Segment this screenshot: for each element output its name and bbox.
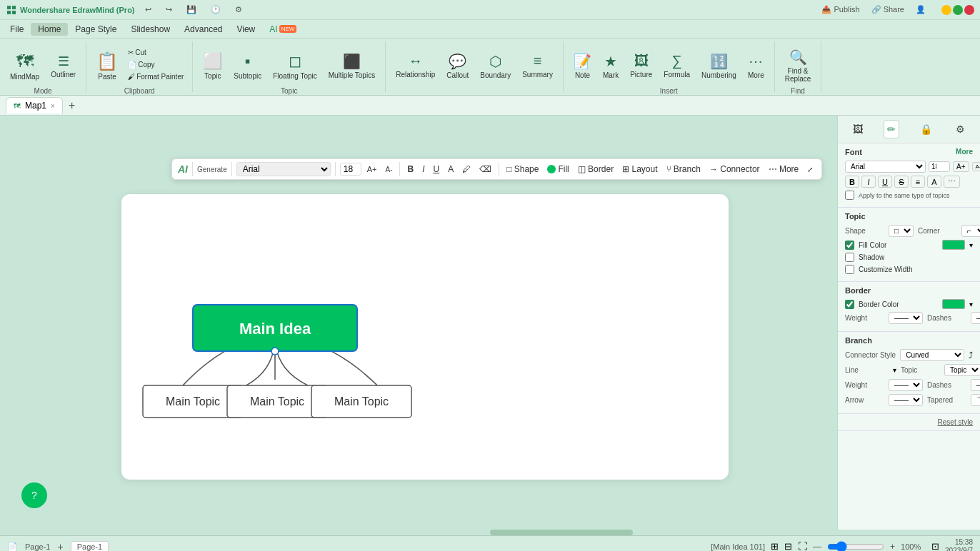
account-button[interactable]: 👤: [911, 4, 930, 16]
scroll-thumb[interactable]: [490, 530, 633, 535]
menu-advanced[interactable]: Advanced: [177, 23, 229, 36]
menu-slideshow[interactable]: Slideshow: [124, 23, 177, 36]
share-button[interactable]: 🔗 Share: [867, 4, 909, 16]
panel-icon-settings[interactable]: ⚙: [953, 120, 968, 138]
more-button[interactable]: ⋯ More: [744, 44, 769, 87]
reset-style-button[interactable]: Reset style: [938, 418, 973, 426]
save-button[interactable]: 💾: [182, 4, 201, 16]
branch-tapered-select[interactable]: ⌒: [971, 394, 980, 406]
border-weight-select[interactable]: —— ─: [889, 312, 923, 324]
maximize-button[interactable]: [953, 5, 963, 15]
history-button[interactable]: 🕐: [206, 4, 225, 16]
font-size-input[interactable]: [340, 163, 361, 176]
zoom-slider[interactable]: [827, 541, 884, 552]
customize-width-checkbox[interactable]: [845, 265, 854, 274]
rp-font-color-button[interactable]: A: [927, 176, 941, 188]
shadow-checkbox[interactable]: [845, 253, 854, 262]
corner-select[interactable]: ⌐ ◻: [961, 225, 980, 237]
settings-button[interactable]: ⚙: [231, 4, 246, 16]
topic-button[interactable]: ⬜ Topic: [199, 44, 226, 87]
border-color-dropdown[interactable]: ▾: [969, 300, 973, 308]
connector-style-select[interactable]: Curved Straight: [900, 349, 964, 361]
rp-bold-button[interactable]: B: [845, 176, 859, 188]
apply-same-type-checkbox[interactable]: [845, 191, 854, 200]
more-options-button[interactable]: ⋯ More: [766, 163, 802, 176]
close-button[interactable]: [964, 5, 974, 15]
find-replace-button[interactable]: 🔍 Find &Replace: [781, 44, 816, 87]
branch-dashes-select[interactable]: ——: [971, 379, 980, 391]
branch-topic-select[interactable]: Topic: [944, 364, 980, 376]
fill-color-checkbox[interactable]: [845, 241, 854, 250]
rp-align-button[interactable]: ≡: [911, 176, 925, 188]
boundary-button[interactable]: ⬡ Boundary: [476, 44, 515, 87]
bold-button[interactable]: B: [404, 163, 416, 176]
branch-button[interactable]: ⑂ Branch: [664, 163, 704, 176]
selection-handle[interactable]: [271, 348, 279, 355]
panel-icon-image[interactable]: 🖼: [850, 120, 866, 138]
callout-button[interactable]: 💬 Callout: [442, 44, 473, 87]
tab-map1[interactable]: 🗺 Map1 ×: [6, 97, 63, 113]
formula-button[interactable]: ∑ Formula: [659, 44, 694, 87]
relationship-button[interactable]: ↔ Relationship: [391, 44, 439, 87]
menu-page-style[interactable]: Page Style: [68, 23, 124, 36]
panel-icon-style[interactable]: ✏: [884, 120, 899, 138]
minimize-button[interactable]: [941, 5, 951, 15]
branch-arrow-select[interactable]: ——: [889, 394, 923, 406]
publish-button[interactable]: 📤 Publish: [817, 4, 864, 16]
rp-font-size-input[interactable]: [929, 161, 950, 172]
numbering-button[interactable]: 🔢 Numbering: [697, 44, 741, 87]
italic-button[interactable]: I: [419, 163, 427, 176]
add-tab-button[interactable]: +: [66, 99, 78, 112]
rp-font-family-select[interactable]: Arial Times New Roman: [845, 161, 926, 173]
connector-button[interactable]: → Connector: [706, 163, 763, 176]
status-fit-button[interactable]: ⊟: [784, 541, 792, 551]
border-color-checkbox[interactable]: [845, 300, 854, 309]
canvas-area[interactable]: AI Generate Arial Times New Roman A+ A- …: [0, 116, 837, 530]
font-more-button[interactable]: More: [956, 148, 973, 156]
note-button[interactable]: 📝 Note: [569, 44, 596, 87]
rp-strikethrough-button[interactable]: S: [894, 176, 909, 188]
border-color-swatch[interactable]: [942, 299, 965, 309]
rp-italic-button[interactable]: I: [861, 176, 876, 188]
highlight-button[interactable]: 🖊: [459, 163, 474, 176]
layout-button[interactable]: ⊞ Layout: [619, 163, 660, 176]
copy-button[interactable]: 📄 Copy: [125, 59, 186, 70]
tab-map1-close[interactable]: ×: [51, 102, 55, 110]
underline-button[interactable]: U: [430, 163, 442, 176]
fill-button[interactable]: Fill: [544, 163, 571, 176]
fill-color-dropdown[interactable]: ▾: [969, 241, 973, 249]
rp-decrease-font-button[interactable]: A-: [972, 162, 980, 171]
cut-button[interactable]: ✂ Cut: [125, 47, 186, 58]
border-dashes-select[interactable]: —— - -: [971, 312, 980, 324]
multiple-topics-button[interactable]: ⬛ Multiple Topics: [324, 44, 379, 87]
mark-button[interactable]: ★ Mark: [599, 44, 623, 87]
fill-color-swatch[interactable]: [942, 240, 965, 250]
border-button[interactable]: ◫ Border: [575, 163, 616, 176]
picture-button[interactable]: 🖼 Picture: [626, 44, 656, 87]
increase-font-button[interactable]: A+: [364, 163, 380, 175]
summary-button[interactable]: ≡ Summary: [518, 44, 557, 87]
rp-underline-button[interactable]: U: [878, 176, 892, 188]
redo-button[interactable]: ↪: [161, 4, 176, 16]
menu-ai[interactable]: AI NEW: [262, 23, 304, 36]
erase-button[interactable]: ⌫: [476, 163, 494, 176]
menu-view[interactable]: View: [229, 23, 262, 36]
help-button[interactable]: ?: [21, 482, 47, 508]
fit-window-button[interactable]: ⊡: [931, 541, 939, 551]
subtopic-button[interactable]: ▪ Subtopic: [229, 44, 266, 87]
rp-more-format-button[interactable]: ⋯: [944, 176, 960, 188]
font-family-select[interactable]: Arial Times New Roman: [236, 162, 331, 176]
floating-topic-button[interactable]: ◻ Floating Topic: [269, 44, 321, 87]
paste-button[interactable]: 📋 Paste: [92, 44, 122, 87]
add-page-button[interactable]: +: [57, 541, 63, 552]
font-color-button[interactable]: A: [445, 163, 456, 176]
menu-file[interactable]: File: [3, 23, 31, 36]
collapse-button[interactable]: ⤢: [804, 164, 816, 175]
decrease-font-button[interactable]: A-: [382, 164, 395, 175]
branch-weight-select[interactable]: ——: [889, 379, 923, 391]
scroll-bar[interactable]: [0, 530, 980, 535]
outliner-button[interactable]: ☰ Outliner: [46, 44, 80, 87]
status-grid-button[interactable]: ⊞: [771, 541, 779, 551]
shape-button[interactable]: □ Shape: [504, 163, 541, 176]
panel-icon-lock[interactable]: 🔒: [917, 120, 935, 138]
